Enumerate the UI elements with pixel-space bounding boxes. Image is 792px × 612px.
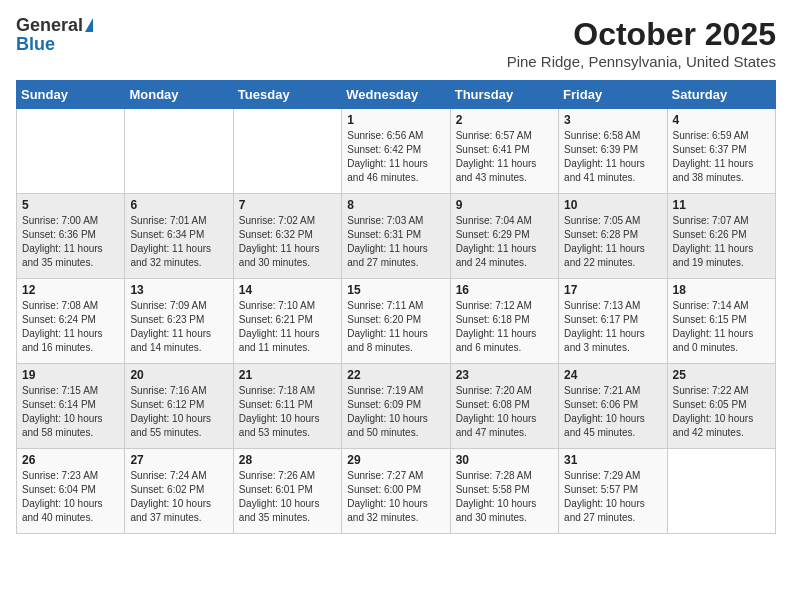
header-day: Tuesday: [233, 81, 341, 109]
day-number: 19: [22, 368, 119, 382]
day-info: Sunrise: 7:20 AM Sunset: 6:08 PM Dayligh…: [456, 384, 553, 440]
logo-general: General: [16, 15, 83, 35]
calendar-cell: 5Sunrise: 7:00 AM Sunset: 6:36 PM Daylig…: [17, 194, 125, 279]
calendar-cell: 2Sunrise: 6:57 AM Sunset: 6:41 PM Daylig…: [450, 109, 558, 194]
day-number: 25: [673, 368, 770, 382]
day-number: 12: [22, 283, 119, 297]
calendar-cell: 18Sunrise: 7:14 AM Sunset: 6:15 PM Dayli…: [667, 279, 775, 364]
header-row: SundayMondayTuesdayWednesdayThursdayFrid…: [17, 81, 776, 109]
calendar-cell: 12Sunrise: 7:08 AM Sunset: 6:24 PM Dayli…: [17, 279, 125, 364]
day-number: 14: [239, 283, 336, 297]
day-info: Sunrise: 7:22 AM Sunset: 6:05 PM Dayligh…: [673, 384, 770, 440]
day-number: 18: [673, 283, 770, 297]
calendar-cell: 21Sunrise: 7:18 AM Sunset: 6:11 PM Dayli…: [233, 364, 341, 449]
day-info: Sunrise: 7:24 AM Sunset: 6:02 PM Dayligh…: [130, 469, 227, 525]
day-info: Sunrise: 7:09 AM Sunset: 6:23 PM Dayligh…: [130, 299, 227, 355]
calendar-cell: 26Sunrise: 7:23 AM Sunset: 6:04 PM Dayli…: [17, 449, 125, 534]
day-number: 23: [456, 368, 553, 382]
day-info: Sunrise: 7:13 AM Sunset: 6:17 PM Dayligh…: [564, 299, 661, 355]
calendar-cell: 27Sunrise: 7:24 AM Sunset: 6:02 PM Dayli…: [125, 449, 233, 534]
calendar-cell: 22Sunrise: 7:19 AM Sunset: 6:09 PM Dayli…: [342, 364, 450, 449]
day-info: Sunrise: 7:28 AM Sunset: 5:58 PM Dayligh…: [456, 469, 553, 525]
calendar-header: General Blue October 2025 Pine Ridge, Pe…: [16, 16, 776, 70]
header-day: Thursday: [450, 81, 558, 109]
calendar-cell: 28Sunrise: 7:26 AM Sunset: 6:01 PM Dayli…: [233, 449, 341, 534]
calendar-cell: 10Sunrise: 7:05 AM Sunset: 6:28 PM Dayli…: [559, 194, 667, 279]
calendar-week-row: 5Sunrise: 7:00 AM Sunset: 6:36 PM Daylig…: [17, 194, 776, 279]
day-number: 27: [130, 453, 227, 467]
day-info: Sunrise: 7:04 AM Sunset: 6:29 PM Dayligh…: [456, 214, 553, 270]
day-number: 4: [673, 113, 770, 127]
header-day: Sunday: [17, 81, 125, 109]
day-number: 29: [347, 453, 444, 467]
day-number: 15: [347, 283, 444, 297]
day-number: 17: [564, 283, 661, 297]
day-number: 5: [22, 198, 119, 212]
day-info: Sunrise: 7:26 AM Sunset: 6:01 PM Dayligh…: [239, 469, 336, 525]
day-number: 1: [347, 113, 444, 127]
calendar-cell: [125, 109, 233, 194]
day-info: Sunrise: 7:29 AM Sunset: 5:57 PM Dayligh…: [564, 469, 661, 525]
day-number: 3: [564, 113, 661, 127]
day-info: Sunrise: 7:27 AM Sunset: 6:00 PM Dayligh…: [347, 469, 444, 525]
day-number: 21: [239, 368, 336, 382]
day-info: Sunrise: 7:14 AM Sunset: 6:15 PM Dayligh…: [673, 299, 770, 355]
calendar-cell: 1Sunrise: 6:56 AM Sunset: 6:42 PM Daylig…: [342, 109, 450, 194]
calendar-cell: 23Sunrise: 7:20 AM Sunset: 6:08 PM Dayli…: [450, 364, 558, 449]
header-day: Saturday: [667, 81, 775, 109]
calendar-title: October 2025: [507, 16, 776, 53]
day-info: Sunrise: 7:07 AM Sunset: 6:26 PM Dayligh…: [673, 214, 770, 270]
logo-text: General: [16, 16, 93, 35]
day-number: 22: [347, 368, 444, 382]
day-info: Sunrise: 7:18 AM Sunset: 6:11 PM Dayligh…: [239, 384, 336, 440]
calendar-cell: 15Sunrise: 7:11 AM Sunset: 6:20 PM Dayli…: [342, 279, 450, 364]
day-number: 20: [130, 368, 227, 382]
day-number: 9: [456, 198, 553, 212]
calendar-cell: 3Sunrise: 6:58 AM Sunset: 6:39 PM Daylig…: [559, 109, 667, 194]
day-number: 6: [130, 198, 227, 212]
day-info: Sunrise: 6:57 AM Sunset: 6:41 PM Dayligh…: [456, 129, 553, 185]
calendar-cell: 30Sunrise: 7:28 AM Sunset: 5:58 PM Dayli…: [450, 449, 558, 534]
calendar-cell: 17Sunrise: 7:13 AM Sunset: 6:17 PM Dayli…: [559, 279, 667, 364]
day-info: Sunrise: 7:08 AM Sunset: 6:24 PM Dayligh…: [22, 299, 119, 355]
header-day: Monday: [125, 81, 233, 109]
day-number: 31: [564, 453, 661, 467]
day-number: 24: [564, 368, 661, 382]
day-info: Sunrise: 7:15 AM Sunset: 6:14 PM Dayligh…: [22, 384, 119, 440]
header-day: Friday: [559, 81, 667, 109]
calendar-cell: [233, 109, 341, 194]
title-block: October 2025 Pine Ridge, Pennsylvania, U…: [507, 16, 776, 70]
calendar-cell: 19Sunrise: 7:15 AM Sunset: 6:14 PM Dayli…: [17, 364, 125, 449]
calendar-cell: 7Sunrise: 7:02 AM Sunset: 6:32 PM Daylig…: [233, 194, 341, 279]
calendar-cell: 13Sunrise: 7:09 AM Sunset: 6:23 PM Dayli…: [125, 279, 233, 364]
day-number: 8: [347, 198, 444, 212]
calendar-week-row: 1Sunrise: 6:56 AM Sunset: 6:42 PM Daylig…: [17, 109, 776, 194]
day-info: Sunrise: 7:10 AM Sunset: 6:21 PM Dayligh…: [239, 299, 336, 355]
day-info: Sunrise: 6:56 AM Sunset: 6:42 PM Dayligh…: [347, 129, 444, 185]
logo-blue: Blue: [16, 34, 55, 54]
calendar-cell: [17, 109, 125, 194]
calendar-cell: 4Sunrise: 6:59 AM Sunset: 6:37 PM Daylig…: [667, 109, 775, 194]
calendar-cell: 6Sunrise: 7:01 AM Sunset: 6:34 PM Daylig…: [125, 194, 233, 279]
day-info: Sunrise: 7:23 AM Sunset: 6:04 PM Dayligh…: [22, 469, 119, 525]
day-info: Sunrise: 7:02 AM Sunset: 6:32 PM Dayligh…: [239, 214, 336, 270]
calendar-cell: 25Sunrise: 7:22 AM Sunset: 6:05 PM Dayli…: [667, 364, 775, 449]
calendar-week-row: 12Sunrise: 7:08 AM Sunset: 6:24 PM Dayli…: [17, 279, 776, 364]
day-number: 16: [456, 283, 553, 297]
day-info: Sunrise: 7:00 AM Sunset: 6:36 PM Dayligh…: [22, 214, 119, 270]
calendar-cell: 16Sunrise: 7:12 AM Sunset: 6:18 PM Dayli…: [450, 279, 558, 364]
logo: General Blue: [16, 16, 93, 54]
calendar-cell: 9Sunrise: 7:04 AM Sunset: 6:29 PM Daylig…: [450, 194, 558, 279]
day-number: 26: [22, 453, 119, 467]
calendar-week-row: 26Sunrise: 7:23 AM Sunset: 6:04 PM Dayli…: [17, 449, 776, 534]
calendar-subtitle: Pine Ridge, Pennsylvania, United States: [507, 53, 776, 70]
day-info: Sunrise: 7:12 AM Sunset: 6:18 PM Dayligh…: [456, 299, 553, 355]
calendar-table: SundayMondayTuesdayWednesdayThursdayFrid…: [16, 80, 776, 534]
day-number: 13: [130, 283, 227, 297]
day-info: Sunrise: 7:03 AM Sunset: 6:31 PM Dayligh…: [347, 214, 444, 270]
day-info: Sunrise: 7:19 AM Sunset: 6:09 PM Dayligh…: [347, 384, 444, 440]
calendar-cell: 31Sunrise: 7:29 AM Sunset: 5:57 PM Dayli…: [559, 449, 667, 534]
day-info: Sunrise: 7:21 AM Sunset: 6:06 PM Dayligh…: [564, 384, 661, 440]
day-number: 11: [673, 198, 770, 212]
logo-icon: [85, 18, 93, 32]
